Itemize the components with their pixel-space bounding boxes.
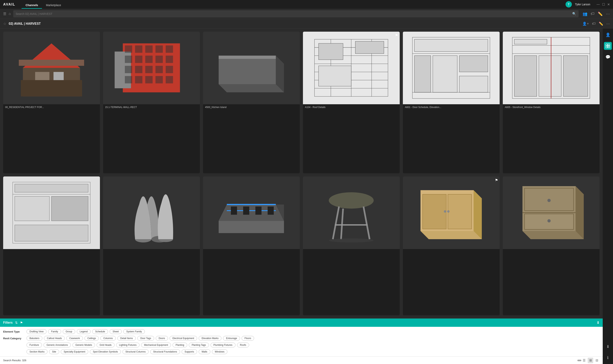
filter-chip-plumbing-fixtures[interactable]: Plumbing Fixtures [210, 343, 235, 347]
more-icon[interactable]: ⋯ [606, 12, 610, 16]
filter-chip-site[interactable]: Site [49, 349, 59, 354]
filter-chip-structural-columns[interactable]: Structural Columns [122, 349, 149, 354]
filter-chip-planting-tags[interactable]: Planting Tags [189, 343, 209, 347]
filter-chip-balusters[interactable]: Balusters [26, 336, 42, 341]
svg-rect-57 [539, 56, 561, 96]
filter-chip-door-tags[interactable]: Door Tags [137, 336, 154, 341]
filter-chip-generic-models[interactable]: Generic Models [72, 343, 95, 347]
filter-chip-planting[interactable]: Planting [172, 343, 187, 347]
filter-chip-lighting-fixtures[interactable]: Lighting Fixtures [116, 343, 140, 347]
sidebar-grid-icon[interactable] [604, 42, 612, 50]
flag-icon[interactable]: ⚑ [395, 33, 398, 38]
grid-item[interactable]: A601 - Door Schedule, Elevation... [403, 32, 500, 173]
sidebar-chat-icon[interactable]: 💬 [604, 53, 612, 61]
svg-rect-59 [514, 39, 547, 44]
filter-chip-group[interactable]: Group [63, 329, 75, 334]
grid-item[interactable] [303, 176, 400, 315]
grid-view-button[interactable]: ⊞ [588, 358, 593, 363]
star-icon[interactable]: ☆ [3, 22, 6, 26]
filter-chip-electrical-equipment[interactable]: Electrical Equipment [170, 336, 197, 341]
sidebar-user-icon[interactable]: 👤 [604, 31, 612, 39]
svg-line-81 [364, 207, 370, 239]
filter-flag-icon[interactable]: ⚑ [20, 321, 23, 325]
svg-rect-25 [145, 76, 153, 83]
filter-chip-furniture[interactable]: Furniture [26, 343, 42, 347]
detail-view-button[interactable]: ⊟ [594, 358, 600, 363]
filter-chip-roofs[interactable]: Roofs [237, 343, 249, 347]
compose-icon[interactable]: ✏️ [599, 22, 603, 26]
filter-chip-spot-elevation[interactable]: Spot Elevation Symbols [90, 349, 121, 354]
filter-chip-grid-heads[interactable]: Grid Heads [97, 343, 115, 347]
bookmark-icon[interactable]: 🏷 [592, 22, 596, 26]
right-sidebar: 👤 💬 ⬇ ℹ [603, 28, 613, 364]
grid-item-label: 4500_Kitchen Island [203, 104, 300, 110]
grid-item[interactable]: 15.1-TERMINAL-WALL-RECT [103, 32, 200, 173]
list-view-button[interactable]: ☰ [581, 358, 587, 363]
sidebar-info-icon[interactable]: ℹ [604, 354, 612, 362]
filter-chip-windows[interactable]: Windows [212, 349, 228, 354]
flag-icon[interactable]: ⚑ [495, 178, 498, 182]
grid-item[interactable]: 4500_Kitchen Island [203, 32, 300, 173]
options-icon[interactable]: ⋯ [606, 22, 610, 26]
filter-chip-family[interactable]: Family [48, 329, 61, 334]
filter-chip-detail-items[interactable]: Detail Items [117, 336, 136, 341]
filter-chip-section-marks[interactable]: Section Marks [26, 349, 48, 354]
svg-rect-46 [415, 39, 488, 52]
search-icon[interactable]: 🔍 [572, 12, 576, 16]
filter-chip-columns[interactable]: Columns [100, 336, 116, 341]
grid-item[interactable]: ⚑ A104 - Roof Details [303, 32, 400, 173]
search-input[interactable] [16, 12, 572, 15]
grid-item[interactable] [203, 176, 300, 315]
filter-chip-walls[interactable]: Walls [199, 349, 210, 354]
svg-marker-71 [219, 221, 284, 233]
nav-channels[interactable]: Channels [22, 0, 42, 9]
filter-chip-system-family[interactable]: System Family [123, 329, 145, 334]
svg-rect-19 [135, 66, 143, 73]
minimize-button[interactable]: — [597, 2, 600, 6]
user-group-icon[interactable]: 👥 [583, 12, 587, 16]
filter-chip-sheet[interactable]: Sheet [110, 329, 122, 334]
filter-chip-structural-foundations[interactable]: Structural Foundations [150, 349, 180, 354]
grid-item[interactable] [103, 176, 200, 315]
filter-chip-schedule[interactable]: Schedule [92, 329, 108, 334]
edit-icon[interactable]: ✏️ [598, 12, 603, 16]
menu-icon[interactable]: ☰ [3, 12, 6, 16]
maximize-button[interactable]: ☐ [602, 2, 605, 6]
close-button[interactable]: ✕ [607, 2, 610, 6]
svg-marker-70 [219, 205, 284, 221]
filter-sort-icon[interactable]: ⇅ [15, 321, 18, 325]
filter-chip-legend[interactable]: Legend [77, 329, 91, 334]
grid-item[interactable] [3, 176, 100, 315]
status-bar: Search Results: 326 ☰ ⊞ ⊟ [0, 356, 603, 364]
filter-chip-elevation-marks[interactable]: Elevation Marks [199, 336, 222, 341]
svg-rect-5 [21, 80, 82, 97]
nav-marketplace[interactable]: Marketplace [42, 0, 65, 9]
filter-chip-ceilings[interactable]: Ceilings [84, 336, 99, 341]
svg-line-80 [333, 207, 339, 239]
filter-chip-supports[interactable]: Supports [182, 349, 197, 354]
grid-item[interactable]: ⚑ [403, 176, 500, 315]
channel-header-left: ☆ 02) AVAIL | HARVEST [3, 22, 41, 26]
home-icon[interactable]: ⌂ [9, 12, 11, 16]
tag-icon[interactable]: 🏷 [591, 12, 595, 16]
filter-chip-mechanical-equipment[interactable]: Mechanical Equipment [141, 343, 171, 347]
filter-chip-floors[interactable]: Floors [242, 336, 254, 341]
user-name: Tyler Larson [575, 3, 590, 6]
filter-chip-callout-heads[interactable]: Callout Heads [44, 336, 65, 341]
grid-item[interactable]: 00_RESIDENTIAL PROJECT FOR... [3, 32, 100, 173]
filter-chip-entourage[interactable]: Entourage [223, 336, 240, 341]
filter-chip-generic-annotations[interactable]: Generic Annotations [43, 343, 71, 347]
svg-point-91 [447, 210, 450, 213]
svg-point-99 [548, 219, 551, 222]
filter-chip-casework[interactable]: Casework [66, 336, 83, 341]
grid-item[interactable]: A605 - Storefront_Window Details [503, 32, 600, 173]
filter-chip-specialty-equipment[interactable]: Specialty Equipment [61, 349, 88, 354]
filter-chip-drafting-view[interactable]: Drafting View [26, 329, 47, 334]
revit-category-label: Revit Category [3, 337, 25, 340]
grid-item[interactable] [503, 176, 600, 315]
download-icon[interactable]: ⬇ [597, 321, 600, 325]
share-icon[interactable]: 👤+ [582, 22, 589, 26]
filter-chip-doors[interactable]: Doors [156, 336, 168, 341]
scroll-thumb[interactable] [577, 360, 581, 361]
sidebar-download-icon[interactable]: ⬇ [604, 343, 612, 351]
